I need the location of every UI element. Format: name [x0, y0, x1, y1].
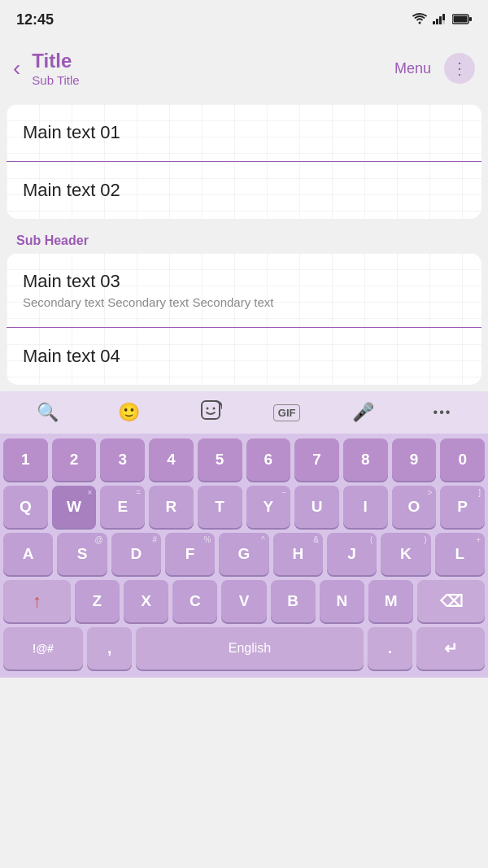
- svg-point-10: [206, 408, 208, 410]
- key-2[interactable]: 2: [52, 438, 97, 481]
- list-item-main-1: Main text 01: [23, 122, 465, 143]
- key-o[interactable]: > O: [392, 486, 437, 528]
- key-s[interactable]: @ S: [57, 533, 107, 575]
- mic-toolbar-button[interactable]: 🎤: [344, 397, 382, 428]
- key-0[interactable]: 0: [440, 438, 485, 481]
- key-u[interactable]: U: [294, 486, 339, 528]
- enter-key[interactable]: ↵: [416, 627, 485, 670]
- key-x[interactable]: X: [124, 580, 168, 622]
- list-item-4[interactable]: Main text 04: [7, 328, 481, 385]
- bottom-row: !@# , English . ↵: [3, 627, 485, 670]
- key-t[interactable]: T: [198, 486, 242, 528]
- list-item-2[interactable]: Main text 02: [7, 162, 481, 219]
- key-3[interactable]: 3: [100, 438, 145, 481]
- number-row: 1 2 3 4 5 6 7 8 9 0: [3, 438, 485, 481]
- app-title: Title: [32, 50, 394, 73]
- sticker-toolbar-button[interactable]: [191, 394, 230, 431]
- keyboard: 1 2 3 4 5 6 7 8 9 0 Q × W = E R T − Y U …: [0, 434, 488, 678]
- key-w[interactable]: × W: [52, 486, 97, 528]
- list-item-main-4: Main text 04: [23, 346, 465, 367]
- keyboard-toolbar: 🔍 🙂 GIF 🎤 •••: [0, 391, 488, 434]
- list-item-main-2: Main text 02: [23, 180, 465, 201]
- key-l[interactable]: + L: [435, 533, 485, 575]
- key-h[interactable]: & H: [273, 533, 323, 575]
- status-time: 12:45: [16, 11, 54, 28]
- key-j[interactable]: ( J: [327, 533, 377, 575]
- wifi-icon: [412, 13, 428, 27]
- gif-toolbar-button[interactable]: GIF: [273, 404, 301, 421]
- content-area: Main text 01 Main text 02 Sub Header Mai…: [0, 98, 488, 391]
- qwerty-row: Q × W = E R T − Y U I > O ] P: [3, 486, 485, 528]
- svg-point-0: [419, 21, 421, 24]
- key-v[interactable]: V: [221, 580, 266, 622]
- svg-rect-8: [454, 15, 468, 22]
- sub-header: Sub Header: [0, 225, 488, 253]
- status-icons: [412, 13, 472, 27]
- key-r[interactable]: R: [149, 486, 194, 528]
- key-k[interactable]: ) K: [381, 533, 430, 575]
- backspace-key[interactable]: ⌫: [417, 580, 485, 622]
- key-p[interactable]: ] P: [440, 486, 485, 528]
- key-n[interactable]: N: [320, 580, 364, 622]
- search-toolbar-button[interactable]: 🔍: [28, 397, 67, 428]
- special-key[interactable]: !@#: [3, 627, 83, 670]
- emoji-toolbar-button[interactable]: 🙂: [110, 397, 148, 428]
- list-item-secondary-3: Secondary text Secondary text Secondary …: [23, 295, 465, 309]
- key-e[interactable]: = E: [100, 486, 145, 528]
- svg-point-11: [212, 408, 215, 410]
- svg-rect-5: [442, 14, 445, 20]
- key-1[interactable]: 1: [3, 438, 48, 481]
- svg-rect-7: [469, 17, 472, 21]
- key-g[interactable]: ^ G: [219, 533, 268, 575]
- svg-rect-9: [202, 401, 220, 419]
- list-item-1[interactable]: Main text 01: [7, 104, 481, 162]
- key-a[interactable]: A: [3, 533, 53, 575]
- key-q[interactable]: Q: [3, 486, 48, 528]
- key-8[interactable]: 8: [343, 438, 388, 481]
- asdf-row: A @ S # D % F ^ G & H ( J ) K +: [3, 533, 485, 575]
- key-9[interactable]: 9: [392, 438, 437, 481]
- space-key[interactable]: English: [136, 627, 363, 670]
- key-4[interactable]: 4: [149, 438, 194, 481]
- key-7[interactable]: 7: [294, 438, 339, 481]
- svg-rect-2: [436, 19, 438, 24]
- key-c[interactable]: C: [172, 580, 217, 622]
- app-bar-titles: Title Sub Title: [32, 50, 394, 87]
- key-m[interactable]: M: [368, 580, 413, 622]
- key-b[interactable]: B: [271, 580, 316, 622]
- app-bar-actions: Menu ⋮: [394, 53, 475, 84]
- key-i[interactable]: I: [343, 486, 388, 528]
- list-card-1: Main text 01 Main text 02: [7, 104, 481, 219]
- period-key[interactable]: .: [368, 627, 413, 670]
- back-button[interactable]: ‹: [13, 55, 20, 81]
- signal-icon: [433, 13, 447, 27]
- menu-button[interactable]: Menu: [394, 60, 431, 77]
- key-5[interactable]: 5: [198, 438, 242, 481]
- key-6[interactable]: 6: [246, 438, 291, 481]
- list-card-2: Main text 03 Secondary text Secondary te…: [7, 253, 481, 385]
- key-z[interactable]: Z: [75, 580, 120, 622]
- battery-icon: [452, 13, 472, 27]
- zxcv-row: ↑ Z X C V B N M ⌫: [3, 580, 485, 622]
- svg-rect-1: [433, 21, 435, 24]
- more-button[interactable]: ⋮: [444, 53, 475, 84]
- app-bar: ‹ Title Sub Title Menu ⋮: [0, 39, 488, 98]
- key-y[interactable]: − Y: [246, 486, 291, 528]
- list-item-3[interactable]: Main text 03 Secondary text Secondary te…: [7, 253, 481, 328]
- comma-key[interactable]: ,: [87, 627, 133, 670]
- shift-key[interactable]: ↑: [3, 580, 71, 622]
- key-d[interactable]: # D: [111, 533, 161, 575]
- svg-rect-3: [439, 16, 442, 24]
- list-item-main-3: Main text 03: [23, 271, 465, 292]
- status-bar: 12:45: [0, 0, 488, 39]
- more-toolbar-button[interactable]: •••: [425, 400, 460, 425]
- app-subtitle: Sub Title: [32, 73, 394, 87]
- key-f[interactable]: % F: [165, 533, 215, 575]
